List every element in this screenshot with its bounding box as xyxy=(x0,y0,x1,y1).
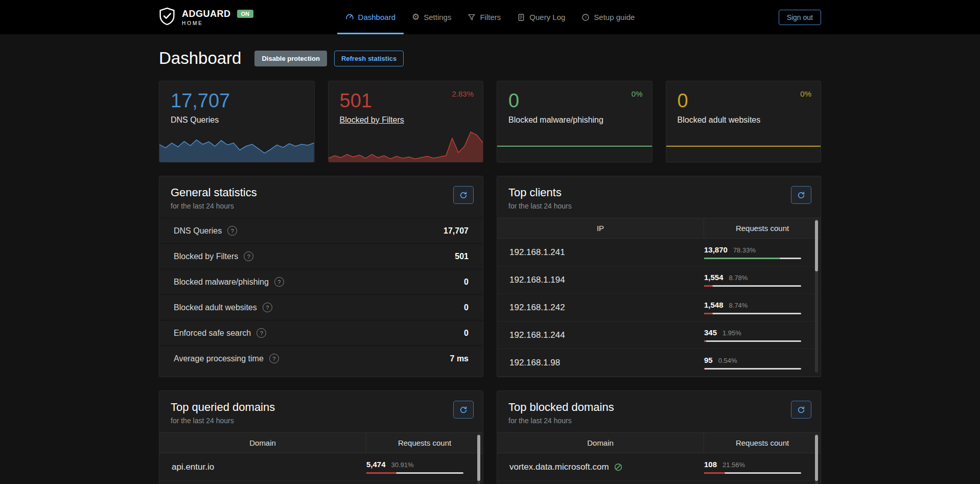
client-ip-text: 192.168.1.241 xyxy=(509,247,565,258)
dashboard-page: Dashboard Disable protection Refresh sta… xyxy=(159,34,821,484)
nav-item-settings[interactable]: ⚙ Settings xyxy=(404,0,459,34)
column-header-ip[interactable]: IP xyxy=(497,218,704,238)
requests-count-line: 1,5488.74% xyxy=(704,301,801,309)
panel-title: Top queried domains xyxy=(171,401,472,414)
column-header-requests-count[interactable]: Requests count xyxy=(366,433,483,453)
statistics-row: Average processing time?7 ms xyxy=(159,345,483,371)
help-icon[interactable]: ? xyxy=(256,328,266,338)
blocked-malware-label: Blocked malware/phishing xyxy=(508,116,641,125)
blocked-malware-value: 0 xyxy=(508,90,641,112)
blocked-adult-percent: 0% xyxy=(800,89,811,98)
statistics-row-label: Average processing time? xyxy=(174,354,279,363)
brand-sub: HOME xyxy=(182,20,253,26)
protection-status-badge: ON xyxy=(237,10,254,18)
column-header-domain[interactable]: Domain xyxy=(497,433,704,453)
client-ip-cell[interactable]: 192.168.1.241 xyxy=(509,247,565,258)
dashboard-icon xyxy=(345,13,354,21)
requests-progress-bar xyxy=(704,368,801,370)
help-icon[interactable]: ? xyxy=(244,251,253,261)
domain-cell[interactable]: vortex.data.microsoft.com xyxy=(509,462,623,472)
scrollbar[interactable] xyxy=(477,434,480,484)
requests-percent: 21.56% xyxy=(722,461,745,469)
scrollbar-thumb[interactable] xyxy=(477,435,480,481)
client-ip-text: 192.168.1.242 xyxy=(509,303,565,313)
statistics-row: Blocked by Filters?501 xyxy=(159,243,483,269)
general-statistics-rows: DNS Queries?17,707Blocked by Filters?501… xyxy=(159,218,483,371)
statistics-row-value: 0 xyxy=(464,303,469,312)
dns-queries-label: DNS Queries xyxy=(171,116,303,125)
panel-title: Top clients xyxy=(508,186,809,199)
svg-text:?: ? xyxy=(585,15,587,19)
nav-item-setup-guide[interactable]: ? Setup guide xyxy=(573,0,643,34)
refresh-button[interactable] xyxy=(791,186,811,204)
disable-protection-button[interactable]: Disable protection xyxy=(254,51,326,66)
panel-subtitle: for the last 24 hours xyxy=(171,417,472,425)
client-ip-text: 192.168.1.194 xyxy=(509,275,565,285)
blocked-filters-link[interactable]: Blocked by Filters xyxy=(340,116,472,125)
brand[interactable]: ADGUARD ON HOME xyxy=(159,7,253,28)
statistics-row: DNS Queries?17,707 xyxy=(159,218,483,243)
client-ip-cell[interactable]: 192.168.1.98 xyxy=(509,358,560,368)
top-queried-domains-rows: api.entur.io5,47430.91% xyxy=(159,453,483,481)
statistics-row-label: Blocked malware/phishing? xyxy=(174,277,284,287)
requests-progress-fill xyxy=(704,258,780,259)
column-header-requests-count[interactable]: Requests count xyxy=(704,218,821,238)
nav-item-filters[interactable]: Filters xyxy=(459,0,509,34)
refresh-icon xyxy=(459,406,468,414)
statistics-row: Blocked malware/phishing?0 xyxy=(159,269,483,294)
client-ip-cell[interactable]: 192.168.1.242 xyxy=(509,303,565,313)
scrollbar[interactable] xyxy=(815,219,818,373)
help-icon[interactable]: ? xyxy=(274,277,284,287)
requests-progress-bar xyxy=(704,472,801,474)
statistics-row-label: Enforced safe search? xyxy=(174,328,266,338)
requests-progress-fill xyxy=(366,472,396,474)
blocked-adult-value: 0 xyxy=(678,90,810,112)
table-row: vortex.data.microsoft.com10821.56% xyxy=(497,453,821,481)
refresh-icon xyxy=(797,406,805,414)
blocked-malware-percent: 0% xyxy=(632,89,643,98)
domain-cell[interactable]: api.entur.io xyxy=(172,462,214,472)
scrollbar-thumb[interactable] xyxy=(815,220,818,271)
column-header-requests-count[interactable]: Requests count xyxy=(704,433,821,453)
help-icon[interactable]: ? xyxy=(263,303,272,312)
requests-progress-fill xyxy=(704,368,705,370)
table-header: Domain Requests count xyxy=(497,432,821,453)
stat-card-blocked-malware: 0% 0 Blocked malware/phishing xyxy=(497,81,652,163)
refresh-button[interactable] xyxy=(453,401,474,419)
refresh-button[interactable] xyxy=(791,401,811,419)
refresh-statistics-button[interactable]: Refresh statistics xyxy=(334,51,404,66)
statistics-row: Blocked adult websites?0 xyxy=(159,294,483,320)
top-clients-panel: Top clients for the last 24 hours IP Req… xyxy=(497,176,821,377)
statistics-label-text: Blocked by Filters xyxy=(174,252,238,261)
client-ip-cell[interactable]: 192.168.1.194 xyxy=(509,275,565,285)
help-icon[interactable]: ? xyxy=(269,354,279,363)
refresh-button[interactable] xyxy=(453,186,474,204)
requests-count: 13,870 xyxy=(704,245,728,254)
requests-count: 1,548 xyxy=(704,301,724,309)
statistics-row-value: 0 xyxy=(464,329,469,338)
requests-progress-fill xyxy=(704,313,713,314)
nav-item-query-log[interactable]: Query Log xyxy=(509,0,573,34)
sign-out-button[interactable]: Sign out xyxy=(779,10,821,25)
stat-card-dns-queries: 17,707 DNS Queries xyxy=(159,81,315,163)
brand-name: ADGUARD xyxy=(182,9,231,19)
refresh-icon xyxy=(459,191,468,199)
requests-count: 95 xyxy=(704,356,713,364)
client-ip-cell[interactable]: 192.168.1.244 xyxy=(509,330,565,340)
requests-count-line: 1,5548.78% xyxy=(704,273,801,282)
top-clients-rows: 192.168.1.24113,87078.33%192.168.1.1941,… xyxy=(497,239,821,377)
help-icon[interactable]: ? xyxy=(227,226,237,236)
column-header-domain[interactable]: Domain xyxy=(159,433,366,453)
question-circle-icon: ? xyxy=(581,13,590,21)
requests-percent: 8.78% xyxy=(729,274,748,282)
page-title: Dashboard xyxy=(159,49,241,68)
statistics-label-text: DNS Queries xyxy=(174,226,222,236)
gear-icon: ⚙ xyxy=(412,13,419,21)
scrollbar[interactable] xyxy=(815,434,818,484)
panel-subtitle: for the last 24 hours xyxy=(508,417,809,425)
nav-item-dashboard[interactable]: Dashboard xyxy=(337,0,404,34)
nav-item-label: Query Log xyxy=(529,13,565,21)
scrollbar-thumb[interactable] xyxy=(815,435,818,481)
requests-count: 345 xyxy=(704,328,717,337)
requests-count-line: 3451.95% xyxy=(704,328,801,337)
